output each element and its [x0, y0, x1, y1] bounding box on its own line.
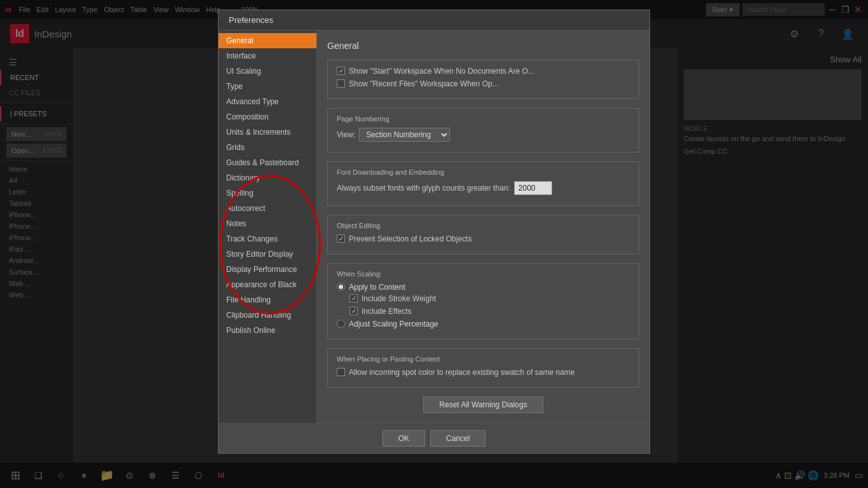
- pref-file-handling[interactable]: File Handling: [219, 292, 316, 308]
- dialog-header: Preferences: [219, 10, 649, 30]
- adjust-scaling-row: Adjust Scaling Percentage: [337, 320, 630, 329]
- pref-units-increments[interactable]: Units & Increments: [219, 125, 316, 140]
- show-recent-label: Show "Recent Files" Workspace When Op...: [349, 79, 499, 88]
- pref-type[interactable]: Type: [219, 79, 316, 94]
- show-start-checkbox[interactable]: [337, 67, 345, 75]
- allow-spot-color-label: Allow incoming spot color to replace exi…: [349, 368, 575, 377]
- page-numbering-row: View: Section Numbering Absolute Numberi…: [337, 128, 630, 142]
- font-glyph-label: Always subset fonts with glyph counts gr…: [337, 184, 510, 193]
- view-label: View:: [337, 130, 355, 139]
- font-downloading-title: Font Downloading and Embedding: [337, 168, 630, 176]
- pref-composition[interactable]: Composition: [219, 109, 316, 125]
- prevent-selection-checkbox[interactable]: [337, 234, 345, 243]
- preferences-sidebar: General Interface UI Scaling Type Advanc…: [219, 30, 317, 423]
- include-stroke-row: Include Stroke Weight: [349, 294, 630, 303]
- pref-grids[interactable]: Grids: [219, 140, 316, 155]
- allow-spot-color-checkbox[interactable]: [337, 368, 345, 376]
- pref-clipboard-handling[interactable]: Clipboard Handling: [219, 308, 316, 323]
- include-effects-checkbox[interactable]: [349, 307, 358, 315]
- pref-appearance-black[interactable]: Appearance of Black: [219, 277, 316, 292]
- include-effects-row: Include Effects: [349, 307, 630, 316]
- prevent-selection-label: Prevent Selection of Locked Objects: [349, 234, 471, 243]
- pref-track-changes[interactable]: Track Changes: [219, 231, 316, 247]
- pref-general[interactable]: General: [219, 33, 316, 48]
- when-placing-group: When Placing or Pasting Content Allow in…: [327, 348, 639, 388]
- page-numbering-select[interactable]: Section Numbering Absolute Numbering: [359, 128, 450, 142]
- when-scaling-title: When Scaling:: [337, 270, 630, 278]
- allow-spot-color-row: Allow incoming spot color to replace exi…: [337, 368, 630, 377]
- when-scaling-group: When Scaling: Apply to Content Include S…: [327, 263, 639, 339]
- font-glyph-row: Always subset fonts with glyph counts gr…: [337, 181, 630, 195]
- modal-overlay: Preferences General Interface UI Scaling…: [0, 0, 868, 488]
- pref-publish-online[interactable]: Publish Online: [219, 323, 316, 338]
- dialog-footer: OK Cancel: [219, 423, 649, 453]
- prevent-selection-row: Prevent Selection of Locked Objects: [337, 234, 630, 243]
- section-title: General: [327, 41, 639, 51]
- show-start-row: Show "Start" Workspace When No Documents…: [337, 67, 630, 76]
- include-stroke-checkbox[interactable]: [349, 294, 358, 302]
- adjust-scaling-radio[interactable]: [337, 320, 345, 328]
- page-numbering-title: Page Numbering: [337, 115, 630, 123]
- object-editing-title: Object Editing: [337, 222, 630, 229]
- apply-to-content-radio[interactable]: [337, 283, 345, 291]
- dialog-title: Preferences: [229, 15, 273, 25]
- ok-button[interactable]: OK: [383, 430, 425, 447]
- include-stroke-label: Include Stroke Weight: [362, 294, 436, 303]
- pref-notes[interactable]: Notes: [219, 216, 316, 231]
- object-editing-group: Object Editing Prevent Selection of Lock…: [327, 215, 639, 254]
- pref-advanced-type[interactable]: Advanced Type: [219, 94, 316, 109]
- show-recent-row: Show "Recent Files" Workspace When Op...: [337, 79, 630, 88]
- apply-to-content-row: Apply to Content: [337, 283, 630, 292]
- include-effects-label: Include Effects: [362, 307, 412, 316]
- pref-story-editor[interactable]: Story Editor Display: [219, 247, 316, 262]
- pref-display-performance[interactable]: Display Performance: [219, 262, 316, 277]
- font-downloading-group: Font Downloading and Embedding Always su…: [327, 161, 639, 206]
- show-recent-checkbox[interactable]: [337, 79, 345, 88]
- show-start-label: Show "Start" Workspace When No Documents…: [349, 67, 534, 76]
- page-numbering-group: Page Numbering View: Section Numbering A…: [327, 108, 639, 152]
- cancel-button[interactable]: Cancel: [430, 430, 485, 447]
- adjust-scaling-label: Adjust Scaling Percentage: [349, 320, 438, 329]
- apply-to-content-label: Apply to Content: [349, 283, 405, 292]
- pref-interface[interactable]: Interface: [219, 48, 316, 64]
- preferences-content: General Show "Start" Workspace When No D…: [317, 30, 649, 423]
- scaling-radio-group: Apply to Content Include Stroke Weight I…: [337, 283, 630, 329]
- workspace-group: Show "Start" Workspace When No Documents…: [327, 60, 639, 99]
- dialog-body: General Interface UI Scaling Type Advanc…: [219, 30, 649, 423]
- pref-spelling[interactable]: Spelling: [219, 186, 316, 201]
- preferences-dialog: Preferences General Interface UI Scaling…: [218, 10, 650, 454]
- reset-warnings-button[interactable]: Reset All Warning Dialogs: [423, 396, 543, 413]
- pref-ui-scaling[interactable]: UI Scaling: [219, 64, 316, 79]
- when-placing-title: When Placing or Pasting Content: [337, 355, 630, 363]
- pref-autocorrect[interactable]: Autocorrect: [219, 201, 316, 216]
- font-glyph-input[interactable]: [514, 181, 552, 195]
- pref-dictionary[interactable]: Dictionary: [219, 170, 316, 186]
- reset-area: Reset All Warning Dialogs: [327, 396, 639, 413]
- pref-guides-pasteboard[interactable]: Guides & Pasteboard: [219, 155, 316, 170]
